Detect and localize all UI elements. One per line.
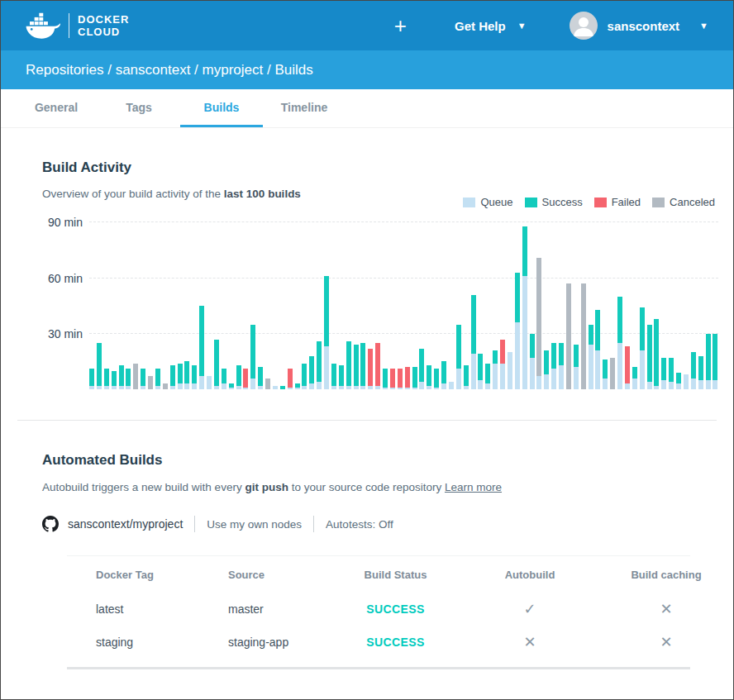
build-bar-canceled[interactable] (133, 364, 138, 389)
build-bar-queue[interactable] (449, 382, 454, 389)
build-bar-success[interactable] (339, 365, 344, 389)
build-bar-success[interactable] (346, 341, 351, 389)
repo-name-link[interactable]: sanscontext/myproject (68, 517, 183, 531)
build-bar-success[interactable] (295, 383, 300, 389)
build-bar-failed[interactable] (625, 346, 630, 389)
build-bar-success[interactable] (617, 297, 622, 389)
learn-more-link[interactable]: Learn more (445, 481, 502, 493)
build-bar-success[interactable] (89, 369, 94, 389)
build-bar-success[interactable] (419, 349, 424, 389)
build-bar-success[interactable] (427, 365, 431, 389)
user-menu[interactable]: sanscontext ▼ (570, 12, 708, 40)
build-bar-success[interactable] (354, 345, 359, 389)
build-bar-success[interactable] (530, 334, 535, 389)
build-bar-success[interactable] (302, 364, 307, 389)
build-bar-queue[interactable] (273, 386, 278, 389)
build-bar-queue[interactable] (684, 374, 689, 389)
build-bar-success[interactable] (632, 367, 637, 389)
build-bar-success[interactable] (698, 356, 703, 389)
build-status-link[interactable]: SUCCESS (336, 636, 455, 649)
build-bar-success[interactable] (478, 354, 483, 389)
build-bar-success[interactable] (214, 340, 219, 389)
build-bar-success[interactable] (574, 345, 579, 389)
build-bar-canceled[interactable] (536, 258, 541, 389)
build-bar-failed[interactable] (390, 369, 395, 389)
build-bar-queue[interactable] (508, 352, 512, 389)
build-bar-success[interactable] (603, 360, 608, 389)
build-bar-success[interactable] (250, 325, 255, 389)
build-bar-success[interactable] (178, 364, 183, 389)
tab-general[interactable]: General (15, 89, 98, 127)
build-bar-success[interactable] (485, 364, 490, 389)
build-bar-success[interactable] (112, 371, 117, 389)
build-bar-queue[interactable] (207, 376, 212, 389)
build-bar-success[interactable] (184, 361, 189, 389)
docker-cloud-logo[interactable]: DOCKER CLOUD (26, 12, 129, 39)
build-bar-success[interactable] (661, 358, 666, 389)
build-bar-success[interactable] (258, 367, 263, 389)
build-bar-success[interactable] (493, 350, 498, 389)
build-bar-success[interactable] (192, 365, 197, 389)
build-bar-success[interactable] (280, 386, 285, 389)
build-bar-success[interactable] (104, 369, 109, 389)
build-bar-success[interactable] (383, 369, 388, 389)
build-bar-success[interactable] (331, 364, 336, 389)
build-bar-success[interactable] (317, 341, 322, 389)
build-bar-failed[interactable] (288, 369, 293, 389)
build-bar-canceled[interactable] (163, 383, 168, 389)
build-bar-success[interactable] (647, 325, 652, 389)
build-status-link[interactable]: SUCCESS (336, 602, 455, 616)
build-bar-failed[interactable] (243, 369, 248, 389)
build-bar-success[interactable] (199, 306, 204, 389)
get-help-menu[interactable]: Get Help ▼ (455, 19, 527, 33)
build-bar-canceled[interactable] (581, 283, 586, 389)
build-bar-success[interactable] (471, 295, 476, 389)
build-bar-success[interactable] (669, 358, 674, 389)
tab-tags[interactable]: Tags (98, 89, 180, 127)
build-bar-success[interactable] (654, 319, 659, 389)
build-bar-failed[interactable] (398, 369, 403, 389)
tab-timeline[interactable]: Timeline (263, 89, 346, 127)
breadcrumb[interactable]: Repositories / sanscontext / myproject /… (26, 62, 313, 79)
build-bar-success[interactable] (170, 365, 175, 389)
build-bar-canceled[interactable] (610, 358, 615, 389)
build-bar-success[interactable] (119, 365, 124, 389)
build-bar-success[interactable] (713, 334, 717, 389)
build-bar-success[interactable] (544, 350, 549, 389)
create-plus-icon[interactable]: + (394, 15, 407, 36)
build-bar-success[interactable] (97, 343, 102, 389)
build-bar-failed[interactable] (375, 343, 380, 389)
build-bar-success[interactable] (589, 325, 593, 389)
tab-builds[interactable]: Builds (180, 89, 263, 127)
build-bar-success[interactable] (441, 361, 446, 389)
build-bar-success[interactable] (141, 369, 145, 389)
build-bar-success[interactable] (706, 334, 711, 389)
build-bar-success[interactable] (456, 325, 461, 389)
build-bar-success[interactable] (324, 276, 329, 389)
build-bar-success[interactable] (522, 226, 527, 389)
build-bar-success[interactable] (236, 365, 241, 389)
build-bar-success[interactable] (434, 369, 439, 389)
build-bar-success[interactable] (559, 343, 564, 389)
build-bar-success[interactable] (551, 343, 556, 389)
build-bar-canceled[interactable] (148, 376, 153, 389)
build-bar-failed[interactable] (405, 367, 410, 389)
build-bar-success[interactable] (155, 369, 160, 389)
build-bar-success[interactable] (229, 383, 234, 389)
build-bar-failed[interactable] (500, 340, 505, 389)
build-bar-success[interactable] (515, 273, 520, 389)
build-bar-success[interactable] (676, 373, 681, 389)
build-bar-success[interactable] (126, 369, 131, 389)
build-bar-canceled[interactable] (265, 379, 270, 389)
build-bar-success[interactable] (412, 367, 417, 389)
build-bar-success[interactable] (691, 352, 696, 389)
build-bar-success[interactable] (222, 369, 226, 389)
build-bar-failed[interactable] (368, 349, 373, 389)
build-bar-success[interactable] (360, 343, 365, 389)
build-bar-success[interactable] (595, 310, 600, 389)
build-bar-canceled[interactable] (566, 283, 571, 389)
build-bar-success[interactable] (464, 365, 469, 389)
build-bar-success[interactable] (640, 307, 645, 389)
build-bar-success[interactable] (309, 356, 314, 389)
divider (313, 516, 314, 532)
